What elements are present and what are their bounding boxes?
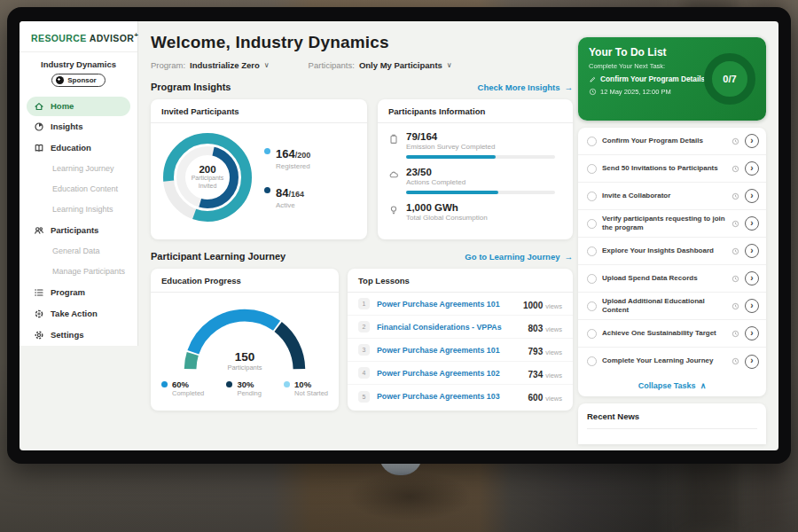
card-title: Education Progress	[151, 269, 339, 293]
task-row[interactable]: Invite a Collaborator ›	[578, 183, 766, 210]
sponsor-icon	[56, 76, 64, 84]
task-chevron-button[interactable]: ›	[745, 189, 759, 203]
task-checkbox[interactable]	[587, 219, 597, 229]
sidebar-item-label: Insights	[51, 121, 82, 131]
task-clock-icon	[732, 137, 739, 145]
participants-value: Only My Participants	[359, 60, 442, 70]
sidebar-item-label: Education Content	[52, 184, 118, 193]
task-row[interactable]: Upload Additional Educational Content ›	[578, 293, 766, 320]
legend-completed: 60% Completed	[161, 379, 204, 397]
sidebar-item-learning-journey[interactable]: Learning Journey	[20, 159, 137, 179]
check-more-insights-link[interactable]: Check More Insights →	[478, 82, 573, 92]
task-checkbox[interactable]	[587, 274, 597, 284]
task-chevron-button[interactable]: ›	[745, 216, 759, 231]
task-row[interactable]: Complete Your Learning Journey ›	[578, 348, 766, 375]
lesson-link[interactable]: Power Purchase Agreements 101	[377, 300, 516, 309]
card-title: Participants Information	[378, 99, 573, 123]
not-started-dot-icon	[284, 381, 290, 387]
sidebar-item-insights[interactable]: Insights	[20, 116, 137, 137]
task-chevron-button[interactable]: ›	[745, 161, 759, 176]
sidebar-item-program[interactable]: Program	[20, 282, 137, 303]
sponsor-badge: Sponsor	[51, 74, 105, 87]
task-chevron-button[interactable]: ›	[745, 134, 759, 148]
filters-bar: Program: Industrialize Zero ∨ Participan…	[151, 60, 578, 70]
collapse-tasks-link[interactable]: Collapse Tasks ∧	[578, 375, 766, 396]
lesson-row: 5 Power Purchase Agreements 103 600views	[348, 385, 573, 408]
task-chevron-button[interactable]: ›	[745, 244, 759, 258]
chevron-down-icon: ∨	[264, 61, 270, 69]
task-checkbox[interactable]	[587, 246, 597, 256]
rank-badge: 1	[358, 298, 370, 309]
sidebar-item-learning-insights[interactable]: Learning Insights	[20, 200, 137, 220]
sidebar-item-label: Home	[51, 101, 74, 111]
task-row[interactable]: Send 50 Invitations to Participants ›	[578, 155, 766, 183]
task-row[interactable]: Achieve One Sustainability Target ›	[578, 320, 766, 348]
task-clock-icon	[732, 247, 739, 255]
sidebar-item-education[interactable]: Education	[20, 137, 137, 159]
sidebar-item-home[interactable]: Home	[27, 97, 130, 116]
divider	[587, 428, 757, 429]
task-clock-icon	[732, 330, 739, 338]
task-row[interactable]: Verify participants requesting to join t…	[578, 210, 766, 238]
legend-pending: 30% Pending	[226, 379, 262, 397]
task-chevron-button[interactable]: ›	[745, 355, 759, 369]
participants-dropdown[interactable]: Participants: Only My Participants ∨	[309, 60, 452, 70]
lesson-row: 2 Financial Considerations - VPPAs 803vi…	[348, 316, 573, 339]
lesson-row: 1 Power Purchase Agreements 101 1000view…	[348, 293, 573, 316]
gauge-center-value: 150	[178, 350, 311, 364]
settings-gear-icon	[34, 330, 44, 340]
task-row[interactable]: Explore Your Insights Dashboard ›	[578, 238, 766, 265]
task-checkbox[interactable]	[587, 137, 597, 146]
task-checkbox[interactable]	[587, 192, 597, 201]
todo-hero-card: Your To Do List Complete Your Next Task:…	[578, 37, 766, 121]
task-clock-icon	[732, 275, 739, 283]
sidebar-item-label: General Data	[52, 246, 100, 255]
logo-text-resource: RESOURCE	[31, 33, 87, 43]
lesson-link[interactable]: Power Purchase Agreements 102	[377, 369, 521, 378]
lesson-link[interactable]: Power Purchase Agreements 103	[377, 392, 521, 401]
participants-information-card: Participants Information 79/164 Emission…	[378, 99, 573, 239]
lesson-link[interactable]: Power Purchase Agreements 101	[377, 346, 521, 355]
card-title: Invited Participants	[151, 99, 367, 123]
program-dropdown[interactable]: Program: Industrialize Zero ∨	[151, 60, 270, 70]
emission-survey-progress-bar	[406, 155, 555, 159]
sidebar-item-education-content[interactable]: Education Content	[20, 179, 137, 200]
sidebar-item-general-data[interactable]: General Data	[20, 241, 137, 262]
lesson-link[interactable]: Financial Considerations - VPPAs	[377, 323, 521, 332]
task-row[interactable]: Upload Spend Data Records ›	[578, 265, 766, 293]
pending-dot-icon	[226, 381, 232, 387]
task-clock-icon	[732, 165, 739, 173]
logo-plus: +	[134, 31, 138, 39]
sidebar-item-manage-participants[interactable]: Manage Participants	[20, 262, 137, 282]
go-to-learning-journey-link[interactable]: Go to Learning Journey →	[465, 252, 573, 262]
dashboard-screen: RESOURCE ADVISOR+ Industry Dynamics Spon…	[20, 21, 778, 450]
task-chevron-button[interactable]: ›	[745, 271, 759, 286]
sidebar-item-participants[interactable]: Participants	[20, 220, 137, 241]
sidebar-item-label: Program	[51, 287, 85, 297]
task-chevron-button[interactable]: ›	[745, 326, 759, 340]
task-clock-icon	[732, 220, 739, 228]
rank-badge: 4	[358, 367, 370, 379]
task-chevron-button[interactable]: ›	[745, 299, 759, 313]
legend-registered: 164/200 Registered	[264, 145, 310, 170]
sidebar-item-settings[interactable]: Settings	[20, 325, 137, 346]
lesson-row: 3 Power Purchase Agreements 101 793views	[348, 339, 573, 362]
task-checkbox[interactable]	[587, 329, 597, 339]
task-row[interactable]: Confirm Your Program Details ›	[578, 128, 766, 155]
todo-next-task: Confirm Your Program Details	[600, 74, 705, 83]
sidebar-item-take-action[interactable]: Take Action	[20, 303, 137, 325]
task-checkbox[interactable]	[587, 164, 597, 174]
sponsor-badge-label: Sponsor	[67, 76, 96, 84]
todo-panel: Your To Do List Complete Your Next Task:…	[578, 21, 766, 450]
task-checkbox[interactable]	[587, 356, 597, 366]
recent-news-title: Recent News	[587, 411, 757, 421]
todo-task-list: Confirm Your Program Details › Send 50 I…	[578, 128, 766, 396]
page-title: Welcome, Industry Dynamics	[151, 33, 578, 52]
sidebar-item-label: Learning Insights	[52, 205, 113, 214]
task-clock-icon	[732, 357, 739, 365]
completed-dot-icon	[161, 381, 168, 387]
lesson-row: 4 Power Purchase Agreements 102 734views	[348, 362, 573, 385]
actions-progress-bar	[406, 191, 555, 194]
program-icon	[34, 287, 44, 298]
task-checkbox[interactable]	[587, 301, 597, 311]
